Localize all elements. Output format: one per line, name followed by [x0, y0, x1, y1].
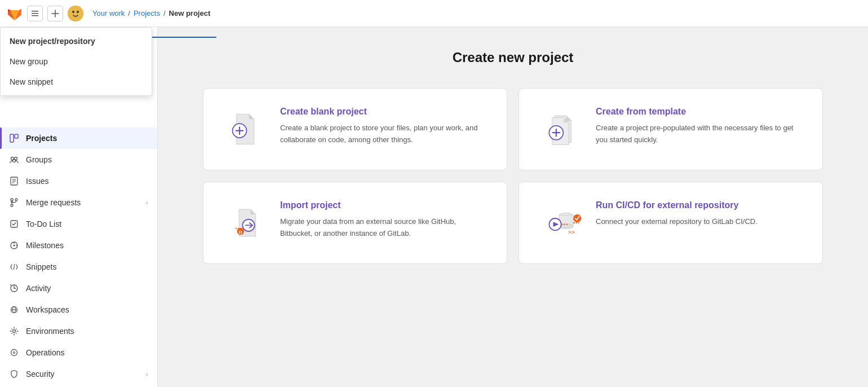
new-item-btn[interactable] — [47, 6, 63, 21]
card-cicd[interactable]: >> Run CI/CD for external repository Con… — [519, 182, 823, 264]
cicd-text: Run CI/CD for external repository Connec… — [596, 200, 758, 228]
svg-rect-1 — [32, 13, 38, 14]
sidebar-item-issues[interactable]: Issues — [0, 170, 157, 192]
import-text: Import project Migrate your data from an… — [280, 200, 489, 240]
card-from-template[interactable]: Create from template Create a project pr… — [519, 88, 823, 170]
svg-point-29 — [13, 330, 16, 333]
content-area: Create new project Create bla — [158, 27, 868, 387]
environments-label: Environments — [26, 327, 74, 336]
svg-point-17 — [15, 199, 17, 201]
gitlab-logo[interactable] — [7, 6, 23, 21]
svg-rect-0 — [32, 11, 38, 12]
topbar: Your work / Projects / New project — [0, 0, 868, 27]
svg-line-24 — [14, 264, 15, 270]
card-blank-project[interactable]: Create blank project Create a blank proj… — [203, 88, 507, 170]
sidebar: New project/repository New group New sni… — [0, 27, 158, 387]
cicd-desc: Connect your external repository to GitL… — [596, 216, 758, 228]
import-desc: Migrate your data from an external sourc… — [280, 216, 489, 240]
workspaces-label: Workspaces — [26, 305, 69, 314]
snippets-label: Snippets — [26, 262, 56, 271]
sidebar-item-groups[interactable]: Groups — [0, 149, 157, 170]
breadcrumb-sep2: / — [163, 9, 166, 17]
template-desc: Create a project pre-populated with the … — [596, 122, 804, 146]
page-title: Create new project — [192, 50, 834, 65]
user-avatar[interactable] — [68, 6, 83, 21]
sidebar-item-operations[interactable]: Operations — [0, 342, 157, 363]
svg-rect-6 — [10, 134, 14, 142]
template-icon — [537, 107, 582, 152]
blank-project-title: Create blank project — [280, 107, 489, 117]
import-title: Import project — [280, 200, 489, 210]
cards-grid: Create blank project Create a blank proj… — [203, 88, 823, 264]
sidebar-item-todo[interactable]: To-Do List — [0, 213, 157, 235]
todo-icon — [9, 219, 19, 229]
activity-label: Activity — [26, 284, 51, 293]
breadcrumb-sep1: / — [128, 9, 130, 17]
sidebar-item-milestones[interactable]: Milestones — [0, 235, 157, 256]
svg-point-48 — [573, 214, 581, 222]
sidebar-item-projects[interactable]: Projects — [0, 127, 157, 149]
template-title: Create from template — [596, 107, 804, 117]
svg-point-5 — [77, 11, 79, 13]
issues-label: Issues — [26, 177, 48, 186]
cicd-title: Run CI/CD for external repository — [596, 200, 758, 210]
main-layout: New project/repository New group New sni… — [0, 27, 868, 387]
security-chevron: › — [146, 371, 148, 377]
merge-requests-chevron: › — [146, 199, 148, 206]
issues-icon — [9, 176, 19, 186]
blank-project-icon — [222, 107, 267, 152]
breadcrumb: Your work / Projects / New project — [92, 9, 210, 17]
sidebar-item-workspaces[interactable]: Workspaces — [0, 299, 157, 320]
blank-project-text: Create blank project Create a blank proj… — [280, 107, 489, 146]
milestones-icon — [9, 240, 19, 250]
svg-rect-19 — [11, 221, 17, 227]
merge-requests-label: Merge requests — [26, 198, 81, 207]
groups-icon — [9, 155, 19, 165]
dropdown-new-group[interactable]: New group — [1, 51, 152, 72]
activity-icon — [9, 283, 19, 293]
cicd-icon: >> — [537, 200, 582, 245]
template-text: Create from template Create a project pr… — [596, 107, 804, 146]
svg-rect-2 — [32, 15, 38, 16]
svg-point-16 — [11, 204, 13, 206]
merge-requests-icon — [9, 197, 19, 208]
sidebar-item-merge-requests[interactable]: Merge requests › — [0, 192, 157, 213]
milestones-label: Milestones — [26, 241, 64, 250]
svg-point-10 — [13, 160, 16, 162]
sidebar-item-snippets[interactable]: Snippets — [0, 256, 157, 278]
svg-point-15 — [11, 199, 13, 201]
operations-label: Operations — [26, 348, 64, 357]
blank-project-desc: Create a blank project to store your fil… — [280, 122, 489, 146]
workspaces-icon — [9, 305, 19, 315]
svg-point-4 — [72, 11, 74, 13]
svg-rect-7 — [15, 134, 18, 138]
svg-point-30 — [11, 350, 17, 356]
breadcrumb-your-work[interactable]: Your work — [92, 9, 125, 17]
groups-label: Groups — [26, 155, 52, 164]
projects-icon — [9, 133, 19, 143]
sidebar-item-environments[interactable]: Environments — [0, 320, 157, 342]
sidebar-nav: Projects Groups — [0, 127, 157, 385]
dropdown-new-snippet[interactable]: New snippet — [1, 72, 152, 92]
svg-point-3 — [68, 6, 83, 21]
security-label: Security — [26, 370, 55, 379]
todo-label: To-Do List — [26, 219, 61, 228]
svg-text:>>: >> — [568, 229, 575, 235]
svg-point-31 — [14, 352, 15, 354]
projects-label: Projects — [26, 134, 57, 143]
operations-icon — [9, 348, 19, 358]
environments-icon — [9, 326, 19, 336]
sidebar-item-activity[interactable]: Activity — [0, 278, 157, 299]
breadcrumb-current: New project — [169, 9, 211, 17]
svg-text:D: D — [239, 230, 242, 235]
svg-point-21 — [14, 245, 15, 247]
card-import-project[interactable]: </> D Import project Migrate your d — [203, 182, 507, 264]
snippets-icon — [9, 262, 19, 272]
breadcrumb-projects[interactable]: Projects — [134, 9, 160, 17]
sidebar-toggle-btn[interactable] — [27, 6, 43, 21]
security-icon — [9, 369, 19, 379]
sidebar-item-security[interactable]: Security › — [0, 363, 157, 385]
import-icon: </> D — [222, 200, 267, 245]
dropdown-menu: New project/repository New group New sni… — [0, 27, 152, 96]
dropdown-new-project[interactable]: New project/repository — [1, 31, 152, 51]
